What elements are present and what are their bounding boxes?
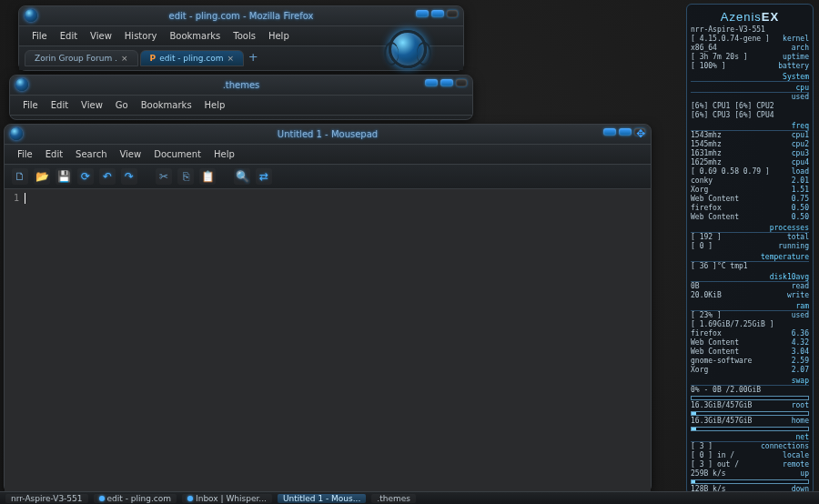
conky-brand: AzenisEX [691,10,809,24]
proc-conky-v: 2.01 [792,176,809,186]
taskbar[interactable]: nrr-Aspire-V3-551 edit - pling.com Inbox… [0,491,819,504]
line-gutter: 1 [5,189,23,499]
cpu-used-label: used [792,93,809,102]
window-title: .themes [223,80,260,90]
ram-web1-v: 4.32 [792,338,809,348]
proc-web2: Web Content [691,213,739,222]
section-freq: freq [691,122,809,131]
menu-bookmarks[interactable]: Bookmarks [136,98,197,112]
menu-document[interactable]: Document [148,147,207,161]
save-icon[interactable]: 💾 [56,168,72,185]
tab-label: Zorin Group Forum . [35,54,117,63]
cut-icon[interactable]: ✂ [156,168,172,185]
disk-write: 20.0KiB [691,291,722,300]
minimize-button[interactable] [603,128,616,136]
minimize-button[interactable] [416,10,429,17]
window-controls [416,10,458,17]
menu-search[interactable]: Search [70,147,112,161]
close-button[interactable] [456,79,467,86]
freq4: 1625mhz [691,158,722,167]
undo-icon[interactable]: ↶ [99,168,116,185]
ram-web1: Web Content [691,338,739,348]
task-mousepad[interactable]: Untitled 1 - Mous... [278,494,366,503]
menu-view[interactable]: View [85,29,117,43]
freq3-label: cpu3 [792,149,809,158]
editor-area[interactable]: 1 [5,189,651,499]
freq1-label: cpu1 [792,131,809,140]
new-file-icon[interactable]: 🗋 [12,168,28,185]
task-firefox[interactable]: edit - pling.com [94,494,177,503]
kernel-label: kernel [783,35,809,44]
new-tab-button[interactable]: + [246,51,260,66]
load-label: load [792,167,809,176]
paste-icon[interactable]: 📋 [199,168,216,185]
menu-edit[interactable]: Edit [46,98,74,112]
menu-file[interactable]: File [17,98,44,112]
home-value: 16.3GiB/457GiB [691,417,752,426]
redo-icon[interactable]: ↷ [121,168,137,185]
task-label: edit - pling.com [107,494,171,503]
filemanager-window[interactable]: .themes File Edit View Go Bookmarks Help [9,75,473,120]
menu-help[interactable]: Help [199,98,231,112]
ram-xorg-v: 2.07 [792,366,809,375]
editor-content[interactable] [23,189,651,499]
menu-help[interactable]: Help [208,147,240,161]
reload-icon[interactable]: ⟳ [77,168,94,185]
menu-history[interactable]: History [119,29,163,43]
copy-icon[interactable]: ⎘ [177,168,194,185]
ram-web2-v: 3.04 [792,348,809,357]
proc-firefox-v: 0.50 [792,204,809,213]
find-icon[interactable]: 🔍 [234,168,250,185]
section-ram: ram [691,302,809,311]
menu-help[interactable]: Help [263,29,295,43]
replace-icon[interactable]: ⇄ [256,168,272,185]
menu-bookmarks[interactable]: Bookmarks [164,29,226,43]
menu-view[interactable]: View [76,98,108,112]
text-cursor [25,193,25,204]
maximize-button[interactable] [440,79,453,86]
ram-gnome-v: 2.59 [792,357,809,366]
swap-bar [691,396,809,400]
task-themes[interactable]: .themes [371,494,416,503]
menu-view[interactable]: View [114,147,147,161]
section-system: System [691,73,809,82]
maximize-button[interactable] [619,128,632,136]
task-host[interactable]: nrr-Aspire-V3-551 [5,494,88,503]
section-cpu: cpu [691,84,809,93]
close-button[interactable] [447,10,458,17]
filemanager-titlebar[interactable]: .themes [10,76,472,96]
firefox-titlebar[interactable]: edit - pling.com - Mozilla Firefox [19,6,463,26]
task-inbox[interactable]: Inbox | Whisper... [182,494,272,503]
move-grip-icon[interactable]: ✥ [634,128,647,141]
menu-go[interactable]: Go [110,98,134,112]
net-out: [ 3 ] out / [691,460,739,469]
minimize-button[interactable] [425,79,438,86]
tab-pling[interactable]: P edit - pling.com × [140,50,245,66]
ram-used-label: used [792,311,809,320]
net-conn-label: connections [761,442,809,451]
tab-label: edit - pling.com [159,54,223,63]
menu-tools[interactable]: Tools [228,29,261,43]
section-temperature: temperature [691,253,809,262]
menu-file[interactable]: File [12,147,38,161]
menu-edit[interactable]: Edit [55,29,83,43]
tab-close-icon[interactable]: × [121,54,128,63]
disk-read-label: read [792,282,809,291]
load-value: [ 0.69 0.58 0.79 ] [691,167,770,176]
proc-run: [ 0 ] [691,242,713,251]
menu-edit[interactable]: Edit [40,147,68,161]
task-label: Untitled 1 - Mous... [283,494,360,503]
tab-zorin[interactable]: Zorin Group Forum . × [25,50,138,66]
home-bar [691,427,809,431]
net-up: 259B k/s [691,469,726,479]
menu-file[interactable]: File [26,29,53,43]
task-label: .themes [377,494,410,503]
tab-close-icon[interactable]: × [228,54,235,63]
open-file-icon[interactable]: 📂 [34,168,50,185]
maximize-button[interactable] [431,10,444,17]
mousepad-window[interactable]: Untitled 1 - Mousepad File Edit Search V… [4,124,652,493]
kernel-value: [ 4.15.0.74-gene ] [691,35,770,44]
mousepad-titlebar[interactable]: Untitled 1 - Mousepad [5,125,651,145]
filemanager-menubar: File Edit View Go Bookmarks Help [10,96,472,116]
firefox-window[interactable]: edit - pling.com - Mozilla Firefox File … [18,5,464,71]
